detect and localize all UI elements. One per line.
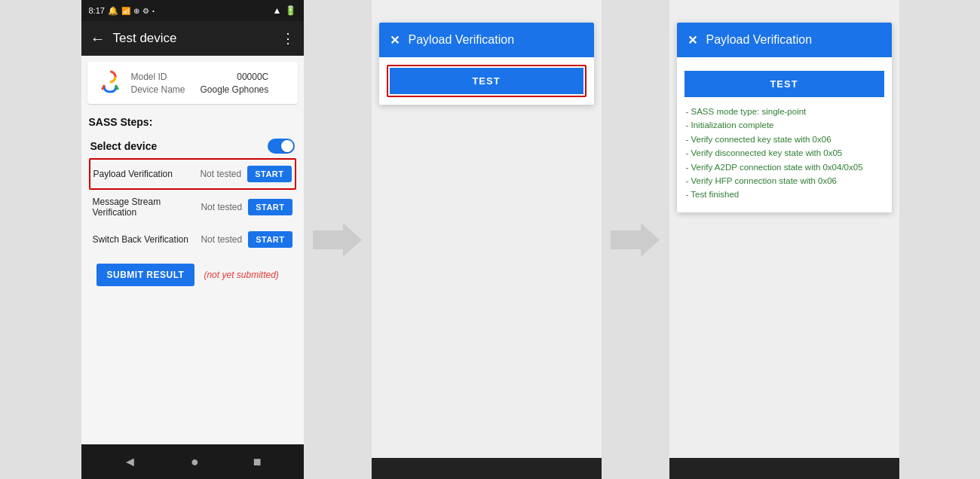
- log-line-5: - Verify A2DP connection state with 0x04…: [686, 160, 883, 174]
- log-line-4: - Verify disconnected key state with 0x0…: [686, 146, 883, 160]
- status-bar: 8:17 🔔 📶 ⊕ ⚙ • ▲ 🔋: [81, 0, 304, 21]
- log-line-6: - Verify HFP connection state with 0x06: [686, 174, 883, 188]
- status-left: 8:17 🔔 📶 ⊕ ⚙ •: [89, 6, 155, 16]
- model-id-row: Model ID 00000C: [131, 72, 269, 82]
- start-button-switchback[interactable]: START: [248, 231, 292, 248]
- test-btn-wrapper: TEST: [387, 65, 586, 97]
- dialog-box-2: ✕ Payload Verification TEST - SASS mode …: [677, 23, 892, 212]
- battery-icon: 🔋: [285, 5, 296, 16]
- dialog-body-1: TEST: [379, 57, 594, 105]
- start-button-message[interactable]: START: [248, 199, 292, 215]
- model-id-label: Model ID: [131, 72, 167, 82]
- arrow-icon-2: [611, 223, 660, 257]
- test-button-1[interactable]: TEST: [390, 68, 583, 94]
- settings-icon: ⚙: [142, 7, 149, 15]
- dialog-bottom-bar-2: [669, 458, 899, 479]
- toolbar-title: Test device: [113, 31, 274, 46]
- log-line-1: - SASS mode type: single-point: [686, 105, 883, 118]
- test-button-2[interactable]: TEST: [684, 71, 884, 97]
- select-device-toggle[interactable]: [268, 139, 295, 154]
- dot-icon: •: [152, 8, 155, 14]
- dialog-box-1: ✕ Payload Verification TEST: [379, 23, 594, 105]
- dialog-panel-2: ✕ Payload Verification TEST - SASS mode …: [669, 0, 899, 479]
- step-name-payload: Payload Verification: [93, 169, 194, 179]
- device-name-row: Device Name Google Gphones: [131, 84, 269, 95]
- phone-panel: 8:17 🔔 📶 ⊕ ⚙ • ▲ 🔋 ← Test device ⋮: [81, 0, 304, 479]
- time-display: 8:17: [89, 6, 105, 15]
- home-nav-icon[interactable]: ●: [191, 454, 199, 470]
- sass-title: SASS Steps:: [89, 116, 296, 128]
- model-id-value: 00000C: [237, 72, 268, 82]
- status-right: ▲ 🔋: [273, 5, 296, 16]
- arrow-icon-1: [313, 223, 362, 257]
- step-status-payload: Not tested: [200, 169, 241, 179]
- select-device-label: Select device: [90, 140, 158, 152]
- dialog-title-1: Payload Verification: [409, 33, 515, 47]
- step-row-message: Message StreamVerification Not tested ST…: [89, 190, 296, 224]
- step-status-switchback: Not tested: [201, 234, 242, 245]
- select-device-row: Select device: [89, 134, 296, 158]
- device-name-value: Google Gphones: [201, 84, 269, 95]
- step-status-message: Not tested: [201, 202, 242, 212]
- location-icon: ⊕: [133, 7, 139, 15]
- recents-nav-icon[interactable]: ■: [253, 454, 262, 470]
- sass-section: SASS Steps: Select device Payload Verifi…: [81, 110, 304, 298]
- dialog-close-1[interactable]: ✕: [390, 33, 400, 47]
- phone-nav-bar: ◄ ● ■: [81, 444, 304, 479]
- svg-marker-3: [611, 223, 660, 257]
- step-name-switchback: Switch Back Verification: [93, 234, 195, 245]
- device-details: Model ID 00000C Device Name Google Gphon…: [131, 72, 269, 95]
- dialog-header-2: ✕ Payload Verification: [677, 23, 892, 57]
- dialog-log: - SASS mode type: single-point - Initial…: [684, 102, 884, 205]
- dialog-close-2[interactable]: ✕: [688, 33, 697, 47]
- submit-result-button[interactable]: SUBMIT RESULT: [96, 264, 195, 286]
- dialog-bottom-bar-1: [372, 458, 602, 479]
- log-line-7: - Test finished: [686, 188, 883, 201]
- more-menu-icon[interactable]: ⋮: [281, 30, 295, 47]
- back-button[interactable]: ←: [90, 30, 106, 47]
- phone-app: ← Test device ⋮ Model ID 00000C Device N…: [81, 21, 304, 444]
- back-nav-icon[interactable]: ◄: [123, 454, 136, 470]
- phone-toolbar: ← Test device ⋮: [81, 21, 304, 56]
- log-line-3: - Verify connected key state with 0x06: [686, 133, 883, 146]
- dialog-panel-1: ✕ Payload Verification TEST: [372, 0, 602, 479]
- submit-status: (not yet submitted): [204, 270, 278, 280]
- arrow-2: [602, 0, 669, 479]
- device-name-label: Device Name: [131, 84, 185, 95]
- notification-icon: 🔔: [108, 6, 118, 16]
- svg-marker-2: [313, 223, 362, 257]
- arrow-1: [304, 0, 372, 479]
- wifi-icon: ▲: [273, 5, 282, 16]
- step-name-message: Message StreamVerification: [93, 197, 195, 218]
- step-row-payload: Payload Verification Not tested START: [89, 158, 296, 190]
- start-button-payload[interactable]: START: [247, 166, 291, 182]
- device-logo: [96, 69, 124, 96]
- sim-icon: 📶: [121, 7, 130, 15]
- step-row-switchback: Switch Back Verification Not tested STAR…: [89, 224, 296, 255]
- device-info-card: Model ID 00000C Device Name Google Gphon…: [87, 62, 298, 104]
- steps-list: Payload Verification Not tested START Me…: [89, 158, 296, 255]
- log-line-2: - Initialization complete: [686, 118, 883, 132]
- submit-section: SUBMIT RESULT (not yet submitted): [89, 255, 296, 295]
- dialog-title-2: Payload Verification: [706, 33, 813, 47]
- dialog-body-2: TEST - SASS mode type: single-point - In…: [677, 57, 892, 212]
- dialog-header-1: ✕ Payload Verification: [379, 23, 594, 57]
